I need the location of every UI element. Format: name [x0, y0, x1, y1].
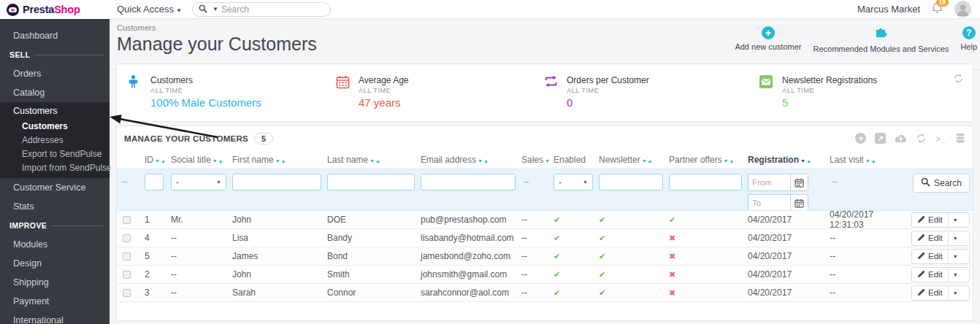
- sidebar-item-payment[interactable]: Payment: [0, 292, 110, 311]
- notifications-button[interactable]: 10: [932, 1, 943, 17]
- cell-id: 4: [142, 233, 168, 243]
- row-checkbox[interactable]: [123, 271, 131, 279]
- edit-dropdown-caret[interactable]: ▼: [948, 250, 962, 263]
- cell-newsletter: ✔: [596, 288, 666, 298]
- filter-last-input[interactable]: [327, 174, 415, 190]
- filter-first-input[interactable]: [232, 174, 321, 190]
- search-input[interactable]: [221, 4, 334, 15]
- row-checkbox[interactable]: [123, 234, 131, 242]
- logo[interactable]: PrestaShop: [0, 0, 110, 19]
- sort-arrows-icon[interactable]: ▼▲: [275, 158, 287, 163]
- sidebar-subitem-import-from-sendpulse[interactable]: Import from SendPulse: [0, 161, 110, 175]
- column-header-email[interactable]: Email address▼▲: [418, 155, 518, 165]
- sort-arrows-icon[interactable]: ▼▲: [478, 158, 489, 163]
- column-header-lastvisit[interactable]: Last visit▼▲: [827, 155, 908, 165]
- cell-id: 2: [142, 269, 168, 279]
- column-header-social[interactable]: Social title▼▲: [168, 155, 229, 165]
- sidebar-subitem-customers[interactable]: Customers: [0, 120, 110, 134]
- edit-button[interactable]: Edit▼: [911, 249, 970, 264]
- row-checkbox[interactable]: [123, 216, 131, 224]
- sort-arrows-icon[interactable]: ▼▲: [723, 158, 735, 163]
- edit-button[interactable]: Edit▼: [911, 231, 970, 246]
- refresh-icon[interactable]: [916, 133, 927, 144]
- column-header-first[interactable]: First name▼▲: [229, 155, 324, 165]
- sidebar-item-stats[interactable]: Stats: [0, 197, 110, 216]
- cell-id: 1: [142, 215, 168, 225]
- cell-partner: ✖: [666, 288, 745, 298]
- column-header-newsletter[interactable]: Newsletter▼▲: [596, 155, 666, 165]
- column-header-partner[interactable]: Partner offers▼▲: [666, 155, 745, 165]
- cell-text: 5: [145, 251, 150, 261]
- edit-button[interactable]: Edit▼: [911, 212, 970, 228]
- sort-arrows-icon[interactable]: ▼▲: [800, 158, 812, 163]
- column-header-sales[interactable]: Sales▼▲: [518, 155, 551, 165]
- edit-button[interactable]: Edit▼: [911, 267, 970, 282]
- sidebar-item-customer-service[interactable]: Customer Service: [0, 178, 110, 197]
- search-button[interactable]: Search: [913, 174, 970, 193]
- sort-arrows-icon[interactable]: ▼▲: [642, 158, 654, 163]
- cross-icon: ✖: [669, 270, 675, 279]
- import-icon[interactable]: [895, 134, 907, 143]
- sort-arrows-icon[interactable]: ▼▲: [865, 158, 877, 163]
- cell-sel: [117, 252, 142, 261]
- cell-email: sarahconnor@aol.com: [418, 288, 518, 298]
- calendar-button[interactable]: [790, 194, 808, 210]
- edit-dropdown-caret[interactable]: ▼: [948, 286, 962, 300]
- filter-email-input[interactable]: [421, 174, 516, 190]
- sidebar-item-shipping[interactable]: Shipping: [0, 273, 110, 292]
- sort-arrows-icon[interactable]: ▼▲: [155, 158, 166, 163]
- search-scope-chevron-icon[interactable]: ▼: [213, 6, 218, 12]
- panel-title: MANAGE YOUR CUSTOMERS: [124, 134, 248, 143]
- sidebar-subitem-export-to-sendpulse[interactable]: Export to SendPulse: [0, 147, 110, 161]
- sidebar-item-orders[interactable]: Orders: [0, 64, 110, 83]
- filter-newsletter-input[interactable]: [599, 174, 663, 190]
- table-header-row: ID▼▲Social title▼▲First name▼▲Last name▼…: [117, 150, 973, 169]
- sort-arrows-icon[interactable]: ▼▲: [213, 158, 224, 163]
- edit-button[interactable]: Edit▼: [911, 285, 970, 301]
- refresh-kpi-icon[interactable]: [953, 73, 964, 87]
- edit-dropdown-caret[interactable]: ▼: [948, 231, 962, 245]
- sidebar-subitem-addresses[interactable]: Addresses: [0, 134, 110, 147]
- quick-access-menu[interactable]: Quick Access▼: [117, 4, 182, 15]
- sidebar-item-dashboard[interactable]: Dashboard: [0, 26, 110, 45]
- logo-text: PrestaShop: [23, 4, 80, 15]
- filter-cell-social: -▼: [168, 169, 229, 210]
- filter-enabled-select[interactable]: -▼: [554, 174, 593, 190]
- column-header-id[interactable]: ID▼▲: [142, 155, 168, 165]
- edit-dropdown-caret[interactable]: ▼: [948, 213, 962, 227]
- user-menu[interactable]: Marcus Market: [857, 4, 920, 15]
- cell-text: Lisa: [232, 233, 248, 243]
- filter-social-select[interactable]: -▼: [171, 174, 226, 190]
- sidebar-item-catalog[interactable]: Catalog: [0, 83, 110, 102]
- sort-arrows-icon[interactable]: ▼▲: [370, 158, 381, 163]
- sql-query-icon[interactable]: >_: [935, 134, 946, 143]
- header-action-puzzle[interactable]: Recommended Modules and Services: [814, 26, 949, 53]
- column-header-last[interactable]: Last name▼▲: [324, 155, 418, 165]
- sidebar-item-design[interactable]: Design: [0, 254, 110, 273]
- add-icon[interactable]: +: [855, 133, 866, 144]
- filter-from-input[interactable]: [748, 174, 790, 191]
- table-row: 5--JamesBondjamesbond@zoho.com--✔✔✖04/20…: [117, 247, 973, 266]
- sidebar-item-customers[interactable]: Customers: [0, 102, 110, 120]
- cell-text: DOE: [327, 215, 346, 225]
- filter-id-input[interactable]: [145, 174, 164, 190]
- calendar-button[interactable]: [790, 174, 808, 191]
- sidebar-item-international[interactable]: International: [0, 311, 110, 324]
- column-label: ID: [145, 155, 153, 165]
- header-action-help[interactable]: ?Help: [960, 26, 977, 51]
- export-icon[interactable]: ↗: [875, 133, 886, 144]
- avatar[interactable]: [954, 1, 971, 18]
- global-search[interactable]: ▼: [192, 2, 331, 17]
- sql-manager-icon[interactable]: [955, 133, 965, 144]
- filter-partner-input[interactable]: [669, 174, 742, 190]
- row-checkbox[interactable]: [123, 252, 131, 261]
- breadcrumb[interactable]: Customers: [117, 23, 156, 32]
- cell-text: John: [232, 215, 251, 225]
- filter-to-input[interactable]: [748, 194, 790, 210]
- sidebar-item-modules[interactable]: Modules: [0, 235, 110, 254]
- column-header-registration[interactable]: Registration▼▲: [745, 155, 827, 165]
- edit-dropdown-caret[interactable]: ▼: [948, 268, 962, 282]
- header-action-add[interactable]: +Add new customer: [735, 26, 801, 51]
- row-checkbox[interactable]: [123, 289, 131, 297]
- sort-arrows-icon[interactable]: ▼▲: [545, 158, 551, 163]
